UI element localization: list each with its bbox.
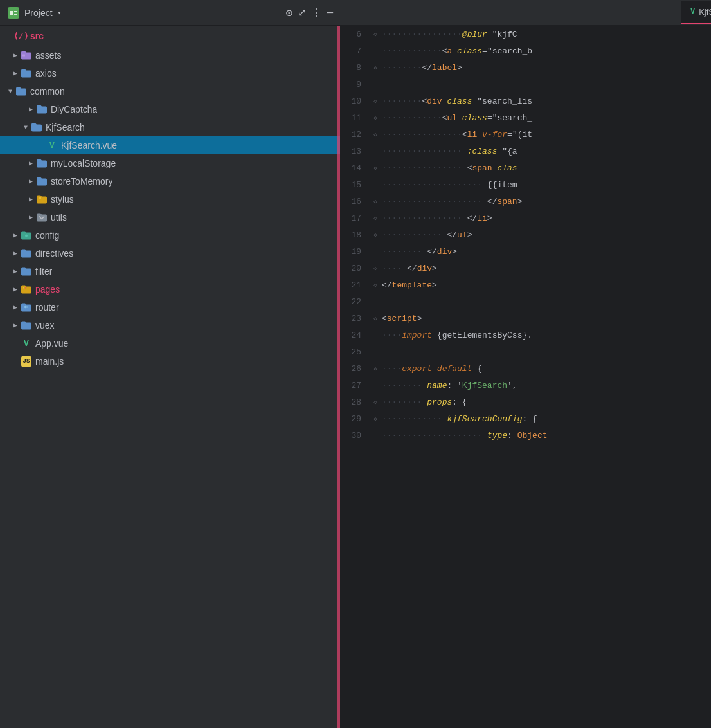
code-token: class [462, 113, 487, 123]
code-token: KjfSearch [462, 381, 507, 390]
gutter-icon: ◇ [369, 64, 382, 71]
code-token: {getElementsByCss}. [432, 331, 532, 340]
code-token: > [487, 214, 492, 223]
code-token: ········ [382, 63, 422, 73]
code-token: > [518, 197, 523, 206]
tree-item-kjfsearch[interactable]: KjfSearch [0, 118, 340, 136]
line-content: ············<ul class="search_ [382, 113, 701, 123]
code-token: @blur [462, 30, 487, 39]
collapsed-arrow [10, 250, 21, 257]
code-token: ···················· [382, 431, 482, 441]
tree-item-assets[interactable]: assets [0, 46, 340, 64]
line-number: 15 [341, 180, 369, 190]
tree-item-pages[interactable]: pages [0, 280, 340, 298]
collapsed-arrow [26, 214, 36, 221]
code-token: type [487, 431, 507, 441]
tree-item-common[interactable]: common [0, 82, 340, 100]
project-title[interactable]: Project [24, 8, 53, 18]
line-content: ················<li v-for="(it [382, 130, 701, 140]
code-token: div [427, 96, 442, 106]
line-content: ···················· </span> [382, 197, 701, 206]
tree-item-router[interactable]: router [0, 298, 340, 316]
line-content: ····import {getElementsByCss}. [382, 331, 701, 340]
line-number: 18 [341, 230, 369, 240]
tree-item-utils[interactable]: utils [0, 208, 340, 226]
code-token: ="{a [497, 147, 517, 156]
code-line: 12◇················<li v-for="(it [341, 126, 711, 143]
vuex-folder-icon [21, 320, 32, 331]
code-editor[interactable]: 6◇················@blur="kjfC7··········… [341, 26, 711, 728]
sidebar: ⟨/⟩ src assets axios [0, 26, 341, 728]
minimize-icon[interactable]: — [327, 7, 333, 19]
code-token: li [477, 214, 487, 223]
code-line: 30···················· type: Object [341, 427, 711, 444]
kjfsearch-folder-label: KjfSearch [46, 122, 85, 132]
code-line: 15···················· {{item [341, 176, 711, 193]
gutter-icon: ◇ [369, 98, 382, 105]
chevron-down-icon[interactable]: ▾ [58, 9, 62, 17]
line-number: 8 [341, 63, 369, 73]
line-number: 11 [341, 113, 369, 123]
code-token: : ' [447, 381, 462, 390]
collapsed-arrow [10, 286, 21, 293]
tree-item-filter[interactable]: filter [0, 262, 340, 280]
code-token [477, 130, 482, 140]
code-token: < [382, 314, 387, 323]
line-number: 16 [341, 197, 369, 206]
code-line: 26◇····export default { [341, 360, 711, 377]
line-number: 23 [341, 314, 369, 323]
tab-kjfsearch-vue[interactable]: V KjfSearch.vue ✕ [681, 1, 711, 24]
code-token: kjfSearchConfig [447, 414, 522, 424]
menu-icon[interactable]: ⋮ [311, 6, 321, 19]
code-token: script [387, 314, 417, 323]
diycaptcha-label: DiyCaptcha [51, 104, 97, 114]
code-line: 22 [341, 293, 711, 310]
code-token: ', [507, 381, 518, 390]
tree-item-kjfsearch-vue[interactable]: V KjfSearch.vue [0, 136, 340, 154]
code-token: </ [462, 214, 477, 223]
config-folder-icon [21, 230, 32, 241]
tree-item-stylus[interactable]: stylus [0, 190, 340, 208]
tree-item-vuex[interactable]: vuex [0, 316, 340, 334]
line-number: 24 [341, 331, 369, 340]
line-number: 12 [341, 130, 369, 140]
gutter-icon: ◇ [369, 131, 382, 138]
line-number: 10 [341, 96, 369, 106]
tree-item-directives[interactable]: directives [0, 244, 340, 262]
tree-item-mylocalstorage[interactable]: myLocalStorage [0, 154, 340, 172]
pages-folder-icon [21, 284, 32, 295]
tree-item-main-js[interactable]: JS main.js [0, 352, 340, 370]
code-line: 7············<a class="search_b [341, 42, 711, 59]
tree-item-config[interactable]: config [0, 226, 340, 244]
line-content: </template> [382, 280, 701, 290]
code-token: class [457, 46, 482, 56]
code-line: 17◇················ </li> [341, 210, 711, 226]
code-token [432, 364, 437, 374]
code-token: ················ [382, 147, 462, 156]
tree-item-diycaptcha[interactable]: DiyCaptcha [0, 100, 340, 118]
line-number: 21 [341, 280, 369, 290]
line-number: 29 [341, 414, 369, 424]
common-folder-icon [15, 86, 27, 97]
code-line: 9 [341, 76, 711, 93]
expanded-arrow [21, 124, 31, 131]
tree-item-src[interactable]: ⟨/⟩ src [0, 26, 340, 46]
line-content: ············ kjfSearchConfig: { [382, 414, 701, 424]
svg-point-3 [25, 235, 28, 237]
router-folder-icon [21, 302, 32, 313]
code-token: > [467, 230, 473, 240]
code-line: 24····import {getElementsByCss}. [341, 327, 711, 343]
code-token: export [402, 364, 432, 374]
code-token: li [467, 130, 478, 140]
expand-icon[interactable]: ⤢ [298, 6, 306, 19]
tree-item-axios[interactable]: axios [0, 64, 340, 82]
code-token: span [472, 163, 492, 173]
mylocalstorage-label: myLocalStorage [51, 158, 116, 168]
main-js-icon: JS [21, 356, 32, 367]
code-token: > [452, 247, 457, 257]
line-content: ················@blur="kjfC [382, 30, 701, 39]
code-token: ···················· [382, 180, 482, 190]
target-icon[interactable]: ⊙ [286, 6, 293, 20]
tree-item-app-vue[interactable]: V App.vue [0, 334, 340, 352]
tree-item-storetomemory[interactable]: storeToMemory [0, 172, 340, 190]
